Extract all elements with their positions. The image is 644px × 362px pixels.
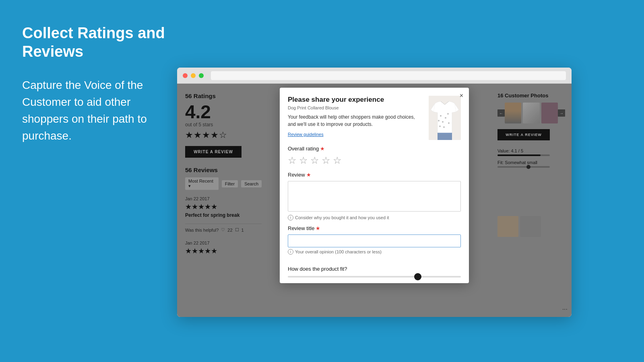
browser-bar (177, 68, 572, 84)
star-3[interactable]: ☆ (310, 155, 319, 166)
review-hint: i Consider why you bought it and how you… (288, 215, 461, 220)
svg-point-7 (443, 126, 445, 128)
star-2[interactable]: ☆ (299, 155, 308, 166)
page-content: 56 Ratings 4.2 out of 5 stars ★★★★☆ WRIT… (177, 84, 572, 317)
modal-description: Your feedback will help other shoppers m… (288, 113, 423, 128)
svg-point-4 (447, 113, 449, 115)
fit-slider-modal[interactable] (288, 276, 461, 278)
svg-rect-9 (438, 133, 452, 140)
modal-body: Overall rating ★ ☆ ☆ ☆ ☆ ☆ Review ★ (280, 146, 469, 266)
fit-dot (414, 273, 421, 280)
info-icon-title: i (288, 249, 293, 255)
review-textarea[interactable] (288, 181, 461, 212)
minimize-dot[interactable] (191, 73, 196, 78)
review-guidelines-link[interactable]: Review guidelines (288, 132, 324, 137)
left-panel: Collect Ratings and Reviews Capture the … (22, 24, 175, 144)
modal-product-image (429, 96, 461, 140)
info-icon-review: i (288, 215, 293, 220)
review-title-input[interactable] (288, 234, 461, 247)
modal-close-button[interactable]: × (460, 93, 463, 99)
svg-point-8 (439, 125, 441, 127)
main-title: Collect Ratings and Reviews (22, 24, 175, 61)
review-title-hint: i Your overall opinion (100 characters o… (288, 249, 461, 255)
svg-point-6 (448, 122, 450, 124)
overall-rating-required: ★ (320, 146, 325, 152)
star-5[interactable]: ☆ (333, 155, 342, 166)
url-bar[interactable] (211, 71, 566, 80)
browser-window: 56 Ratings 4.2 out of 5 stars ★★★★☆ WRIT… (177, 68, 572, 317)
fit-section-label: How does the product fit? (288, 266, 461, 272)
review-field-label: Review ★ (288, 172, 461, 178)
maximize-dot[interactable] (199, 73, 204, 78)
star-1[interactable]: ☆ (288, 155, 297, 166)
review-required: ★ (306, 172, 311, 178)
modal-overlay: × Please share your experience Dog Print… (177, 84, 572, 317)
review-title-required: ★ (316, 225, 320, 231)
modal-header: Please share your experience Dog Print C… (280, 88, 469, 146)
svg-point-1 (440, 115, 442, 117)
fit-section: How does the product fit? (280, 266, 469, 283)
modal-product-name: Dog Print Collared Blouse (288, 105, 423, 110)
star-4[interactable]: ☆ (322, 155, 330, 166)
close-dot[interactable] (183, 73, 188, 78)
blouse-svg (429, 96, 461, 140)
subtitle: Capture the Voice of the Customer to aid… (22, 77, 175, 144)
overall-rating-label: Overall rating ★ (288, 146, 461, 152)
svg-point-5 (438, 120, 440, 121)
star-rating-selector[interactable]: ☆ ☆ ☆ ☆ ☆ (288, 155, 461, 166)
svg-point-3 (442, 121, 444, 123)
review-modal: × Please share your experience Dog Print… (280, 88, 469, 283)
svg-point-2 (445, 117, 446, 119)
review-title-label: Review title ★ (288, 225, 461, 231)
modal-title: Please share your experience (288, 96, 423, 104)
modal-header-text: Please share your experience Dog Print C… (288, 96, 423, 140)
